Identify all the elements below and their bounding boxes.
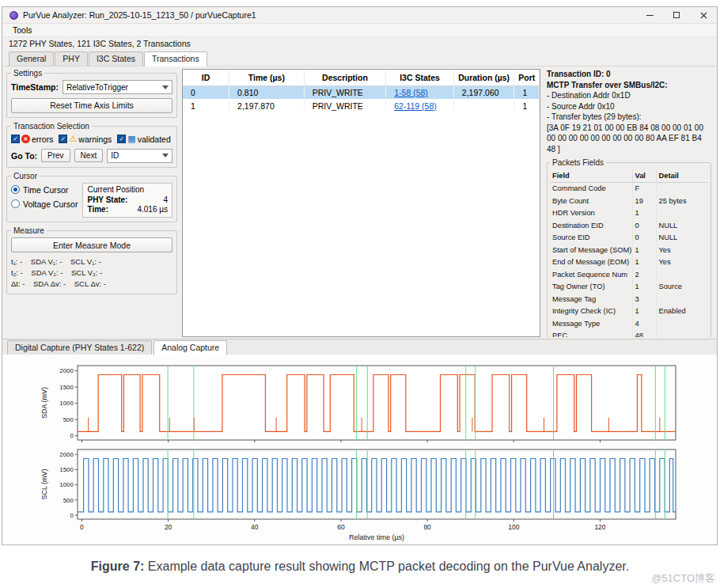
cell: 1 [514, 99, 540, 112]
field-cell: 1 [632, 207, 656, 220]
chevron-down-icon [162, 85, 169, 89]
i3c-states-link[interactable]: 1-58 (58) [394, 88, 428, 97]
checkbox-label: warnings [78, 135, 112, 144]
cell: 62-119 (58) [386, 99, 454, 112]
field-row: Tag Owner (TO)1Source [550, 281, 708, 294]
window-title: PurVue Analyzer: Run_2025-10-15_1213_50 … [23, 10, 631, 20]
transfer-detail-lines: - Destination Addr 0x1D- Source Addr 0x1… [547, 90, 711, 154]
svg-text:1500: 1500 [59, 466, 74, 473]
svg-text:0: 0 [70, 512, 74, 519]
field-row: PEC48 [550, 330, 708, 337]
time-cursor-label: Time Cursor [23, 185, 68, 195]
tab-i3c-states[interactable]: I3C States [89, 51, 143, 66]
packets-fields-group: Packets Fields FieldValDetail Command Co… [547, 157, 711, 337]
field-row: Message Tag3 [550, 294, 708, 306]
checkbox-errors[interactable]: ✓✕errors [11, 135, 53, 144]
next-button[interactable]: Next [74, 149, 104, 162]
svg-text:2000: 2000 [59, 451, 74, 458]
svg-text:SDA (mV): SDA (mV) [40, 387, 48, 419]
tab-phy[interactable]: PHY [55, 51, 88, 66]
field-row: HDR Version1 [550, 207, 708, 220]
cell: 2,197.870 [229, 99, 305, 112]
field-cell: 0 [632, 220, 656, 233]
checkbox-warnings[interactable]: ✓⚠warnings [59, 135, 112, 144]
warning-icon: ⚠ [69, 135, 77, 143]
column-header[interactable]: Duration (µs) [453, 70, 514, 85]
field-cell [656, 318, 708, 331]
checkbox-validated[interactable]: ✓▦validated [117, 135, 170, 144]
phy-state-value: 4 [163, 195, 168, 204]
cell: 0.810 [229, 85, 305, 99]
column-header[interactable]: I3C States [386, 70, 454, 85]
cell [453, 99, 514, 112]
svg-text:120: 120 [594, 523, 605, 531]
field-cell: Byte Count [550, 195, 632, 208]
timestamp-select[interactable]: RelativeToTrigger [63, 80, 172, 94]
capture-tab-digital-capture-phy-states-1-622-[interactable]: Digital Capture (PHY States 1-622) [7, 340, 152, 355]
field-cell: 25 bytes [656, 195, 708, 208]
column-header[interactable]: ID [183, 70, 229, 85]
transaction-row[interactable]: 12,197.870PRIV_WRITE62-119 (58)1 [183, 99, 540, 112]
field-cell: 19 [632, 195, 656, 208]
svg-text:1000: 1000 [59, 481, 74, 488]
checkbox-checked-icon[interactable]: ✓ [59, 135, 67, 143]
reset-time-axis-button[interactable]: Reset Time Axis Limits [11, 98, 172, 113]
field-cell: End of Message (EOM) [550, 256, 632, 269]
svg-text:1500: 1500 [59, 384, 74, 391]
goto-value: ID [111, 151, 119, 160]
tab-transactions[interactable]: Transactions [144, 51, 207, 66]
menu-bar: Tools [2, 24, 717, 37]
cell: 0 [183, 85, 229, 99]
prev-button[interactable]: Prev [41, 149, 70, 162]
field-cell: F [632, 183, 656, 195]
field-cell: Yes [656, 245, 708, 257]
field-cell: Message Tag [550, 294, 632, 306]
radio-icon [11, 199, 20, 208]
svg-text:Relative time (µs): Relative time (µs) [349, 533, 404, 541]
column-header[interactable]: Description [304, 70, 386, 85]
cursor-radio-group: Time Cursor Voltage Cursor [11, 183, 78, 218]
analog-capture-area: 0500100015002000SDA (mV)0500100015002000… [2, 355, 717, 544]
checkbox-checked-icon[interactable]: ✓ [11, 135, 20, 143]
tab-general[interactable]: General [9, 51, 54, 66]
close-button[interactable] [690, 7, 717, 23]
maximize-button[interactable] [663, 7, 690, 23]
field-cell: Command Code [550, 183, 632, 195]
minimize-icon [646, 15, 654, 16]
svg-text:40: 40 [251, 523, 259, 531]
field-cell: Tag Owner (TO) [550, 281, 632, 294]
minimize-button[interactable] [636, 7, 663, 23]
column-header[interactable]: Time (µs) [229, 70, 305, 85]
svg-text:80: 80 [423, 523, 431, 531]
measure-line: Δt: - SDA Δv: - SCL Δv: - [11, 279, 172, 290]
enter-measure-mode-button[interactable]: Enter Measure Mode [11, 237, 172, 252]
i3c-states-link[interactable]: 62-119 (58) [394, 101, 437, 111]
radio-selected-icon [11, 185, 20, 194]
svg-text:60: 60 [337, 523, 345, 531]
field-cell: NULL [656, 220, 708, 233]
cell: 2,197.060 [453, 85, 514, 99]
menu-tools[interactable]: Tools [9, 25, 36, 35]
detail-line: - Transfer bytes (29 bytes): [547, 112, 711, 123]
analog-capture-plot[interactable]: 0500100015002000SDA (mV)0500100015002000… [2, 355, 718, 543]
field-cell: Integrity Check (IC) [550, 305, 632, 318]
transfer-subtitle: MCTP Transfer over SMBus/I2C: [547, 80, 711, 91]
transactions-table-panel[interactable]: IDTime (µs)DescriptionI3C StatesDuration… [182, 69, 540, 337]
checkbox-label: errors [32, 135, 53, 144]
field-cell: PEC [550, 330, 632, 337]
time-cursor-radio[interactable]: Time Cursor [11, 185, 78, 195]
checkbox-checked-icon[interactable]: ✓ [117, 135, 126, 143]
column-header[interactable]: Port [514, 70, 540, 85]
goto-select[interactable]: ID [107, 149, 172, 163]
main-content: Settings TimeStamp: RelativeToTrigger Re… [2, 66, 717, 339]
measure-readouts: t₁: - SDA V₁: - SCL V₁: -t₂: - SDA V₂: -… [11, 256, 172, 290]
window-controls [636, 7, 717, 23]
field-cell: Message Type [550, 318, 632, 331]
measure-line: t₂: - SDA V₂: - SCL V₂: - [11, 267, 172, 279]
voltage-cursor-radio[interactable]: Voltage Cursor [11, 199, 78, 209]
field-row: Destination EID0NULL [550, 220, 708, 233]
maximize-icon [673, 12, 680, 18]
capture-tab-analog-capture[interactable]: Analog Capture [153, 340, 227, 355]
table-header-row: IDTime (µs)DescriptionI3C StatesDuration… [183, 70, 540, 85]
transaction-row[interactable]: 00.810PRIV_WRITE1-58 (58)2,197.0601 [183, 85, 540, 99]
